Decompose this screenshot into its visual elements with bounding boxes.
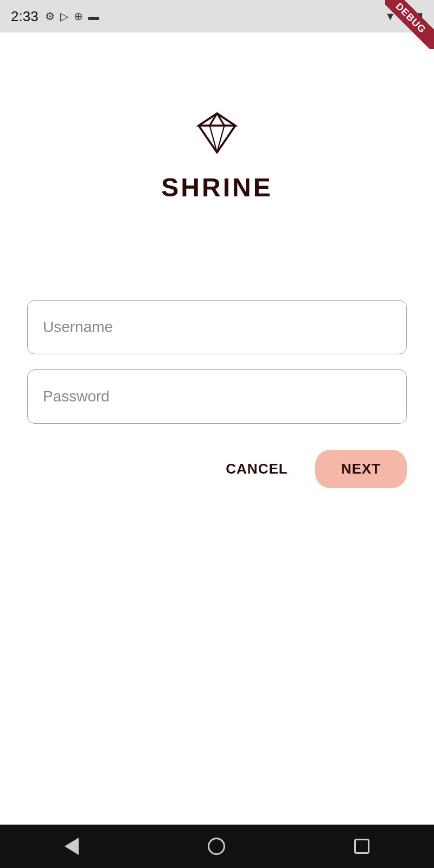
main-content: SHRINE CANCEL NEXT — [0, 33, 434, 825]
back-icon — [65, 838, 79, 855]
status-icons-left: ⚙ ▷ ⊕ ▬ — [45, 10, 99, 23]
recents-button[interactable] — [354, 839, 369, 854]
diamond-icon — [193, 108, 241, 157]
svg-line-7 — [217, 126, 235, 153]
status-time: 2:33 — [11, 8, 39, 25]
home-button[interactable] — [208, 838, 225, 855]
cancel-button[interactable]: CANCEL — [215, 453, 298, 485]
nav-bar — [0, 825, 434, 868]
status-bar: 2:33 ⚙ ▷ ⊕ ▬ ▼ ▲ ▮ — [0, 0, 434, 33]
logo-area: SHRINE — [161, 108, 272, 202]
debug-banner: DEBUG — [385, 0, 434, 49]
at-icon: ⊕ — [74, 10, 83, 23]
recents-icon — [354, 839, 369, 854]
status-bar-left: 2:33 ⚙ ▷ ⊕ ▬ — [11, 8, 99, 25]
password-input[interactable] — [27, 369, 407, 424]
svg-marker-1 — [199, 113, 235, 126]
debug-banner-label: DEBUG — [385, 0, 434, 49]
gear-icon: ⚙ — [45, 10, 55, 23]
play-icon: ▷ — [60, 10, 68, 23]
next-button[interactable]: NEXT — [315, 450, 407, 488]
login-form: CANCEL NEXT — [27, 300, 407, 488]
app-title: SHRINE — [161, 173, 272, 202]
card-icon: ▬ — [88, 10, 99, 23]
username-input[interactable] — [27, 300, 407, 354]
buttons-row: CANCEL NEXT — [27, 450, 407, 488]
back-button[interactable] — [65, 838, 79, 855]
svg-line-6 — [199, 126, 217, 153]
home-icon — [208, 838, 225, 855]
